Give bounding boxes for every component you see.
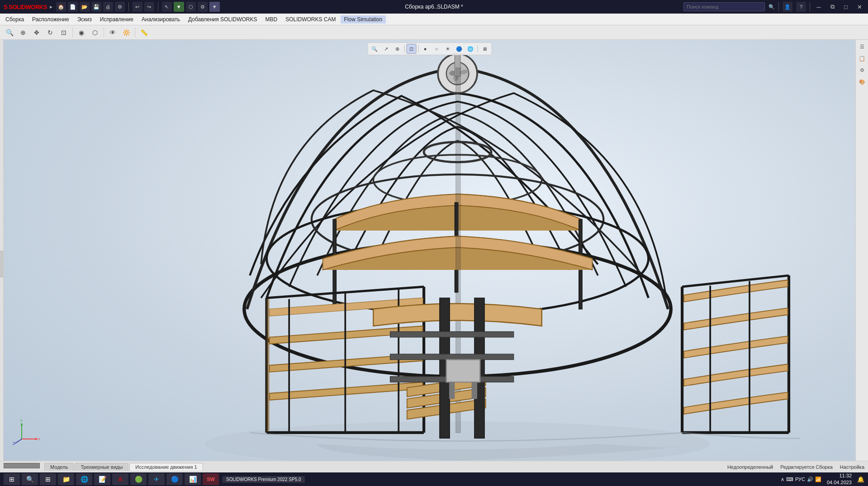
taskbar-search[interactable]: 🔍 bbox=[22, 473, 38, 485]
menu-bar: Сборка Расположение Эскиз Исправление Ан… bbox=[0, 14, 868, 25]
vt-sep2 bbox=[418, 45, 418, 52]
restore-button[interactable]: ⧉ bbox=[827, 2, 837, 12]
tab-model[interactable]: Модель bbox=[44, 463, 74, 471]
print-icon[interactable]: 🖨 bbox=[103, 2, 113, 12]
rp-feature-tree[interactable]: 📋 bbox=[857, 53, 867, 63]
tb-hide[interactable]: 👁 bbox=[107, 27, 119, 38]
vt-zoom2[interactable]: ⊕ bbox=[392, 44, 402, 54]
search-icon[interactable]: 🔍 bbox=[768, 4, 775, 10]
notifications-icon[interactable]: 🔔 bbox=[857, 476, 864, 483]
clock-time: 11:32 bbox=[827, 472, 852, 479]
menu-cam[interactable]: SOLIDWORKS CAM bbox=[282, 15, 339, 24]
tb-show[interactable]: 🔆 bbox=[120, 27, 132, 38]
open-icon[interactable]: 📂 bbox=[80, 2, 90, 12]
vt-shading[interactable]: ● bbox=[420, 44, 430, 54]
tray-keyboard[interactable]: ⌨ bbox=[786, 477, 793, 482]
vt-scene[interactable]: 🌐 bbox=[465, 44, 475, 54]
vt-shadows[interactable]: 🔵 bbox=[454, 44, 464, 54]
3d-model-canvas bbox=[4, 40, 855, 461]
taskbar-widgets[interactable]: ⊞ bbox=[40, 473, 56, 485]
taskbar-charts[interactable]: 📊 bbox=[185, 473, 201, 485]
separator2 bbox=[158, 2, 158, 11]
taskbar-chrome[interactable]: 🟢 bbox=[130, 473, 147, 485]
table-leg-2 bbox=[472, 382, 477, 399]
taskbar-notes[interactable]: 📝 bbox=[94, 473, 110, 485]
status-constraint: Недоопределенный bbox=[727, 464, 773, 470]
vt-wire[interactable]: ○ bbox=[432, 44, 441, 54]
toolbar-sep2 bbox=[104, 28, 104, 38]
system-tray: ∧ ⌨ РУС 🔊 📶 bbox=[781, 477, 821, 482]
tb-rotate[interactable]: ↻ bbox=[44, 27, 56, 38]
options-icon[interactable]: ⬡ bbox=[186, 2, 196, 12]
more-icon[interactable]: ▼ bbox=[209, 2, 220, 12]
minimize-button[interactable]: ─ bbox=[814, 2, 824, 12]
rebuild-icon[interactable]: ⚙ bbox=[115, 2, 125, 12]
left-sidebar bbox=[0, 40, 4, 461]
viewport[interactable]: 🔍 ↗ ⊕ ⊡ ● ○ ☀ 🔵 🌐 🖥 bbox=[4, 40, 855, 461]
taskbar: ⊞ 🔍 ⊞ 📁 🌐 📝 A 🟢 ✈ 🔵 📊 SW SOLIDWORKS Prem… bbox=[0, 472, 868, 486]
vt-display[interactable]: 🖥 bbox=[479, 44, 489, 54]
tb-section[interactable]: ⊡ bbox=[58, 27, 70, 38]
vt-view1[interactable]: ⊡ bbox=[406, 44, 416, 54]
left-sidebar-tab[interactable] bbox=[0, 250, 4, 278]
right-shelf-1 bbox=[684, 280, 788, 302]
taskbar-solidworks[interactable]: SW bbox=[203, 473, 219, 485]
menu-mbd[interactable]: MBD bbox=[261, 15, 281, 24]
menu-analizirovat[interactable]: Анализировать bbox=[138, 15, 184, 24]
svg-marker-4 bbox=[20, 423, 23, 425]
taskbar-edge[interactable]: 🌐 bbox=[76, 473, 92, 485]
tb-pan[interactable]: ✥ bbox=[31, 27, 43, 38]
separator bbox=[128, 2, 129, 11]
menu-raspolozhenie[interactable]: Расположение bbox=[28, 15, 73, 24]
center-table bbox=[446, 360, 480, 382]
title-right: 🔍 👤 ? ─ ⧉ □ ✕ bbox=[683, 2, 864, 12]
tb-zoom-to-fit[interactable]: 🔍 bbox=[4, 27, 15, 38]
system-clock[interactable]: 11:32 04.04.2023 bbox=[827, 472, 852, 486]
vt-zoom[interactable]: 🔍 bbox=[370, 44, 379, 54]
tb-shaded[interactable]: ◉ bbox=[76, 27, 87, 38]
save-icon[interactable]: 💾 bbox=[91, 2, 101, 12]
select-icon[interactable]: ↖ bbox=[162, 2, 172, 12]
status-edit-mode: Редактируется Сборка bbox=[780, 464, 833, 470]
new-icon[interactable]: 📄 bbox=[68, 2, 78, 12]
left-shelf-left-face bbox=[267, 299, 270, 432]
taskbar-telegram[interactable]: ✈ bbox=[148, 473, 165, 485]
menu-flow-simulation[interactable]: Flow Simulation bbox=[341, 15, 386, 24]
user-icon[interactable]: 👤 bbox=[783, 2, 792, 12]
svg-text:Z: Z bbox=[13, 441, 15, 446]
tb-measure[interactable]: 📏 bbox=[138, 27, 150, 38]
search-input[interactable] bbox=[683, 2, 765, 11]
tab-motion-study[interactable]: Исследование движения 1 bbox=[129, 463, 203, 471]
tb-wireframe[interactable]: ⬡ bbox=[89, 27, 101, 38]
menu-ispravlenie[interactable]: Исправление bbox=[96, 15, 137, 24]
tray-arrow[interactable]: ∧ bbox=[781, 477, 784, 482]
vt-lights[interactable]: ☀ bbox=[443, 44, 453, 54]
rp-color[interactable]: 🎨 bbox=[857, 77, 867, 87]
tab-3d-views[interactable]: Трехмерные виды bbox=[75, 463, 128, 471]
right-shelf-3 bbox=[684, 336, 788, 358]
tray-volume[interactable]: 🔊 bbox=[807, 477, 813, 482]
rp-config[interactable]: ⚙ bbox=[857, 65, 867, 75]
title-bar: S SOLIDWORKS ▸ 🏠 📄 📂 💾 🖨 ⚙ ↩ ↪ ↖ ▼ ⬡ ⚙ ▼… bbox=[0, 0, 868, 14]
settings-icon[interactable]: ⚙ bbox=[198, 2, 208, 12]
select-btn[interactable]: ▼ bbox=[174, 2, 184, 12]
help-icon[interactable]: ? bbox=[796, 2, 806, 12]
taskbar-files[interactable]: 📁 bbox=[58, 473, 74, 485]
menu-eskiz[interactable]: Эскиз bbox=[74, 15, 95, 24]
vt-arrow[interactable]: ↗ bbox=[381, 44, 391, 54]
view-toolbar: 🔍 ↗ ⊕ ⊡ ● ○ ☀ 🔵 🌐 🖥 bbox=[367, 42, 492, 55]
maximize-button[interactable]: □ bbox=[841, 2, 851, 12]
home-icon[interactable]: 🏠 bbox=[56, 2, 66, 12]
close-button[interactable]: ✕ bbox=[854, 2, 864, 12]
rp-properties[interactable]: ☰ bbox=[857, 42, 867, 52]
menu-dobavleniya[interactable]: Добавления SOLIDWORKS bbox=[185, 15, 261, 24]
solidworks-version: SOLIDWORKS Premium 2022 SP5.0 bbox=[223, 476, 305, 483]
taskbar-autocad[interactable]: A bbox=[112, 473, 128, 485]
menu-sborka[interactable]: Сборка bbox=[2, 15, 28, 24]
tray-network[interactable]: 📶 bbox=[815, 477, 821, 482]
tb-zoom-in[interactable]: ⊕ bbox=[17, 27, 29, 38]
redo-icon[interactable]: ↪ bbox=[144, 2, 154, 12]
taskbar-edge2[interactable]: 🔵 bbox=[166, 473, 183, 485]
undo-icon[interactable]: ↩ bbox=[133, 2, 142, 12]
taskbar-start[interactable]: ⊞ bbox=[4, 473, 20, 485]
